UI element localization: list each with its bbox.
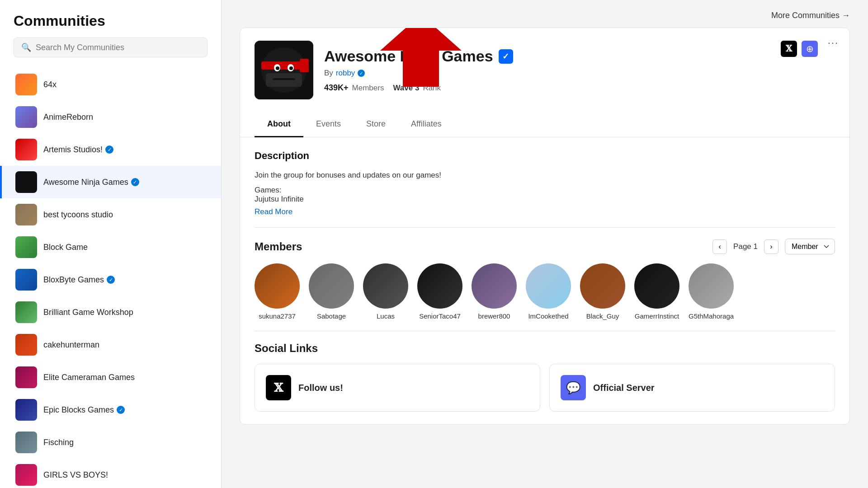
member-item[interactable]: Lucas — [363, 263, 408, 320]
sidebar-item-64x[interactable]: 64x — [0, 68, 221, 101]
header-discord-icon[interactable]: ⊕ — [802, 41, 818, 57]
sidebar-item-bloxbyte[interactable]: BloxByte Games ✓ — [0, 263, 221, 296]
verified-icon: ✓ — [105, 145, 113, 154]
header-x-icon[interactable]: 𝕏 — [781, 41, 797, 57]
content-area: Description Join the group for bonuses a… — [240, 137, 849, 424]
sidebar-item-brilliant[interactable]: Brilliant Game Workshop — [0, 296, 221, 328]
next-page-button[interactable]: › — [764, 239, 778, 254]
read-more-link[interactable]: Read More — [255, 207, 835, 216]
member-name: Sabotage — [317, 312, 346, 320]
social-label: Follow us! — [298, 383, 343, 393]
member-item[interactable]: G5thMahoraga — [689, 263, 734, 320]
community-card: Awesome Ninja Games ✓ By robby ✓ 439K+ M… — [240, 28, 850, 425]
member-filter-select[interactable]: Member Owner Admin — [785, 239, 835, 254]
verified-icon: ✓ — [107, 276, 115, 284]
divider — [255, 227, 835, 228]
member-name: ImCookethed — [528, 312, 568, 320]
verified-icon: ✓ — [117, 406, 125, 414]
member-name: Lucas — [377, 312, 395, 320]
community-author: By robby ✓ — [324, 69, 835, 78]
member-item[interactable]: Black_Guy — [580, 263, 625, 320]
sidebar-title: Communities — [14, 13, 208, 29]
member-avatar — [417, 263, 462, 309]
member-item[interactable]: SeniorTaco47 — [417, 263, 462, 320]
page-indicator: Page 1 — [733, 242, 758, 251]
social-card-twitter[interactable]: 𝕏 Follow us! — [255, 364, 540, 412]
verified-icon: ✓ — [131, 178, 139, 186]
community-avatar — [15, 399, 37, 421]
member-item[interactable]: Sabotage — [309, 263, 354, 320]
community-name: cakehunterman — [43, 340, 99, 350]
community-stats: 439K+ Members Wave 3 Rank — [324, 83, 835, 93]
tab-affiliates[interactable]: Affiliates — [398, 112, 454, 137]
search-icon: 🔍 — [21, 42, 31, 52]
sidebar-item-animereborn[interactable]: AnimeReborn — [0, 101, 221, 133]
community-avatar — [15, 301, 37, 323]
members-grid: sukuna2737 Sabotage Lucas SeniorTaco47 b… — [255, 263, 835, 320]
sidebar-item-epic[interactable]: Epic Blocks Games ✓ — [0, 394, 221, 426]
sidebar-item-fisching[interactable]: Fisching — [0, 426, 221, 459]
sidebar-item-best[interactable]: best tycoons studio — [0, 198, 221, 231]
member-name: SeniorTaco47 — [419, 312, 461, 320]
member-item[interactable]: sukuna2737 — [255, 263, 300, 320]
member-avatar — [363, 263, 408, 309]
description-text: Join the group for bonuses and updates o… — [255, 169, 835, 181]
community-name: AnimeReborn — [43, 113, 93, 122]
svg-point-6 — [276, 66, 279, 70]
member-item[interactable]: ImCookethed — [526, 263, 571, 320]
sidebar-item-artemis[interactable]: Artemis Studios! ✓ — [0, 133, 221, 166]
social-divider — [255, 331, 835, 331]
description-title: Description — [255, 150, 835, 162]
members-section-title: Members — [255, 240, 302, 253]
member-avatar — [255, 263, 300, 309]
community-name: 64x — [43, 80, 57, 89]
tab-about[interactable]: About — [255, 112, 303, 137]
sidebar-item-girls[interactable]: GIRLS VS BOYS! — [0, 459, 221, 488]
svg-point-7 — [289, 66, 293, 70]
three-dot-menu[interactable]: ··· — [828, 37, 839, 49]
more-communities-link[interactable]: More Communities → — [240, 11, 850, 20]
social-card-discord[interactable]: 💬 Official Server — [549, 364, 835, 412]
community-name: BloxByte Games ✓ — [43, 275, 115, 285]
community-name: best tycoons studio — [43, 210, 113, 220]
tab-events[interactable]: Events — [303, 112, 354, 137]
community-list: 64x AnimeReborn Artemis Studios! ✓ Aweso… — [0, 65, 221, 488]
community-name: Artemis Studios! ✓ — [43, 145, 113, 155]
sidebar-item-cake[interactable]: cakehunterman — [0, 328, 221, 361]
community-avatar — [15, 464, 37, 486]
social-links-grid: 𝕏 Follow us! 💬 Official Server — [255, 364, 835, 412]
sidebar-item-elite[interactable]: Elite Cameraman Games — [0, 361, 221, 394]
sidebar-header: Communities 🔍 — [0, 0, 221, 65]
member-item[interactable]: brewer800 — [472, 263, 517, 320]
member-name: G5thMahoraga — [689, 312, 734, 320]
prev-page-button[interactable]: ‹ — [712, 239, 727, 254]
header-social-icons: 𝕏 ⊕ — [781, 41, 818, 57]
community-avatar — [15, 204, 37, 225]
member-avatar — [309, 263, 354, 309]
member-name: brewer800 — [478, 312, 510, 320]
community-name: GIRLS VS BOYS! — [43, 470, 108, 480]
community-logo — [255, 41, 313, 99]
community-avatar — [15, 236, 37, 258]
community-avatar — [15, 334, 37, 356]
tab-store[interactable]: Store — [354, 112, 398, 137]
community-avatar — [15, 432, 37, 453]
search-box: 🔍 — [14, 38, 208, 57]
search-input[interactable] — [36, 43, 200, 52]
community-avatar — [15, 74, 37, 95]
author-verified-badge: ✓ — [358, 70, 365, 77]
member-name: GamerrInstinct — [635, 312, 679, 320]
member-avatar — [580, 263, 625, 309]
sidebar-item-awesome[interactable]: Awesome Ninja Games ✓ — [0, 166, 221, 198]
member-name: sukuna2737 — [259, 312, 296, 320]
community-avatar — [15, 269, 37, 291]
community-name: Awesome Ninja Games ✓ — [43, 178, 139, 187]
member-avatar — [689, 263, 734, 309]
members-pagination: ‹ Page 1 › Member Owner Admin — [712, 239, 835, 254]
members-stat: 439K+ Members — [324, 83, 384, 93]
svg-rect-9 — [273, 78, 295, 80]
community-avatar — [15, 171, 37, 193]
sidebar-item-blockgame[interactable]: Block Game — [0, 231, 221, 263]
member-item[interactable]: GamerrInstinct — [634, 263, 679, 320]
member-avatar — [526, 263, 571, 309]
